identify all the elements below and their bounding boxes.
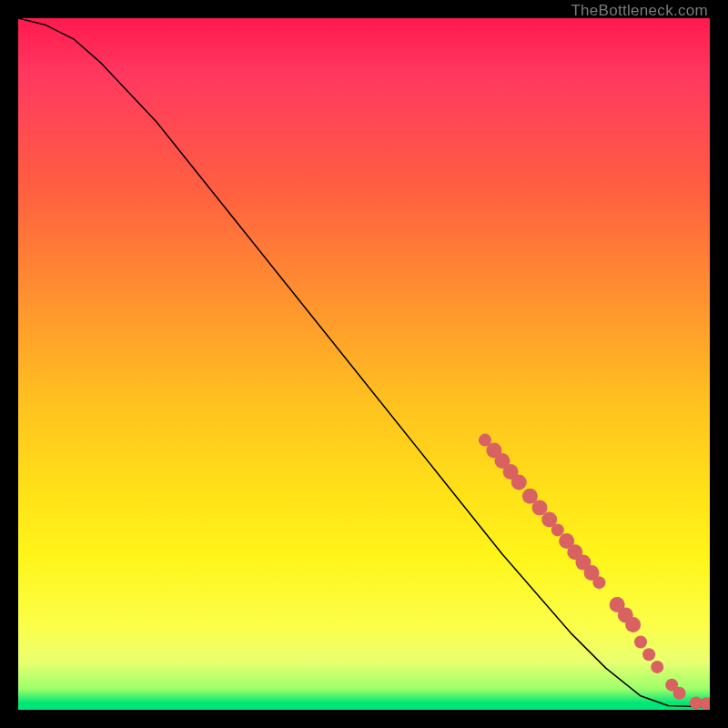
data-marker (511, 474, 527, 490)
data-marker (673, 687, 686, 700)
data-marker (700, 697, 710, 710)
data-marker (592, 576, 605, 589)
chart-overlay (18, 18, 710, 710)
data-marker (642, 648, 655, 661)
watermark-text: TheBottleneck.com (571, 2, 708, 20)
data-marker (634, 636, 647, 649)
chart-frame: TheBottleneck.com (0, 0, 728, 728)
data-marker (651, 661, 663, 673)
bottleneck-curve (18, 18, 710, 707)
marker-group (479, 434, 710, 710)
data-marker (625, 617, 641, 632)
plot-area (18, 18, 710, 710)
data-marker (551, 523, 564, 536)
